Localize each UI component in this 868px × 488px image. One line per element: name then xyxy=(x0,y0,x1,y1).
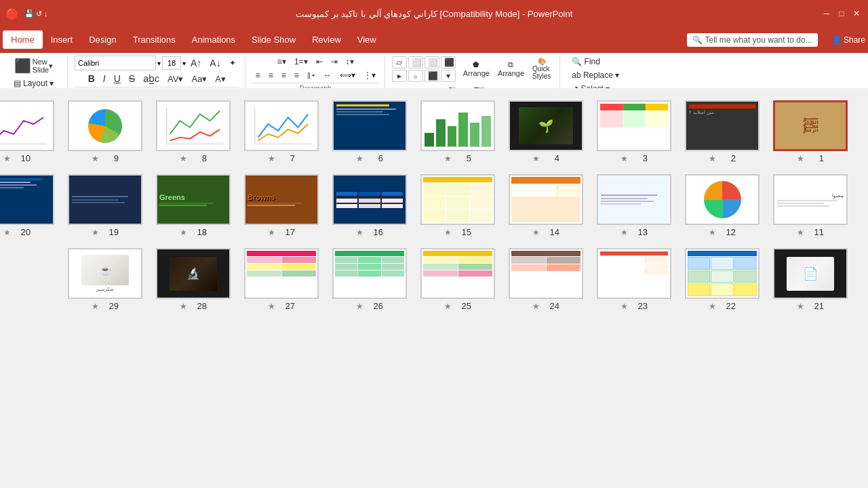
align-right-button[interactable]: ≡ xyxy=(278,69,290,81)
menu-animations[interactable]: Animations xyxy=(184,30,243,49)
slide-item-25[interactable]: ★ 25 xyxy=(420,248,495,311)
clear-formatting-button[interactable]: ✦ xyxy=(226,57,239,69)
replace-button[interactable]: ab Replace ▾ xyxy=(568,69,623,81)
slide-item-27[interactable]: ★ 27 xyxy=(244,248,319,311)
slide-item-6[interactable]: ★ 6 xyxy=(332,100,407,163)
slide-footer-9: ★ 9 xyxy=(92,153,119,163)
text-direction-button[interactable]: ↔ xyxy=(320,69,335,81)
shape-4[interactable]: ⬛ xyxy=(441,56,456,68)
slide-item-2[interactable]: متن اسلاید ۲ ★ 2 xyxy=(685,100,760,163)
char-spacing-button[interactable]: AV▾ xyxy=(164,73,186,85)
align-center-button[interactable]: ≡ xyxy=(265,69,277,81)
slide-item-28[interactable]: 🔬 ★ 28 xyxy=(156,248,231,311)
strikethrough-button[interactable]: S xyxy=(125,72,138,85)
menu-home[interactable]: Home xyxy=(3,30,43,49)
arrange-button[interactable]: ⧉ Arrange xyxy=(494,58,528,79)
slide-item-1[interactable]: ﷽ ★ 1 xyxy=(773,100,848,163)
new-slide-button[interactable]: ⬛ NewSlide ▾ xyxy=(11,56,56,76)
slide-item-11[interactable]: محتوا ★ 11 xyxy=(773,174,848,237)
bold-button[interactable]: B xyxy=(85,72,98,85)
slide-thumb-25 xyxy=(420,248,495,299)
tell-me-search[interactable]: 🔍 Tell me what you want to do... xyxy=(687,33,818,47)
slide-item-4[interactable]: 🌱 ★ 4 xyxy=(509,100,583,163)
slide-grid-container: ﷽ ★ 1 متن اسلاید ۲ ★ 2 xyxy=(0,88,868,488)
decrease-font-button[interactable]: A↓ xyxy=(206,56,224,70)
slide-item-24[interactable]: ★ 24 xyxy=(509,248,583,311)
font-name-input[interactable] xyxy=(75,56,156,70)
shape-2[interactable]: ⬜ xyxy=(408,56,423,68)
shadow-button[interactable]: ab̲c xyxy=(140,72,163,85)
slide-item-10[interactable]: ★ 10 xyxy=(0,100,54,163)
slide-item-14[interactable]: ★ 14 xyxy=(509,174,583,237)
columns-button[interactable]: ⫿▾ xyxy=(304,69,319,81)
close-button[interactable]: ✕ xyxy=(850,7,863,20)
share-button[interactable]: 👤 Share xyxy=(831,35,865,45)
slide-item-9[interactable]: ★ 9 xyxy=(68,100,142,163)
shape-3[interactable]: ⬜ xyxy=(425,56,439,68)
slide-thumb-18: Greens xyxy=(156,174,231,225)
slide-item-29[interactable]: ☕ شکرسبز ★ 29 xyxy=(68,248,142,311)
title-bar: 🔴 💾 ↺ ↓ كاراني كودهاي آلي با تاكيد بر كم… xyxy=(0,0,868,27)
shape-1[interactable]: ▱ xyxy=(392,56,407,68)
quick-styles-button[interactable]: 🎨 QuickStyles xyxy=(529,56,554,82)
find-button[interactable]: 🔍 Find xyxy=(568,56,604,68)
slide-footer-28: ★ 28 xyxy=(180,301,207,311)
increase-indent-button[interactable]: ⇥ xyxy=(328,56,341,68)
slide-footer-5: ★ 5 xyxy=(444,153,471,163)
justify-button[interactable]: ≡ xyxy=(291,69,302,81)
menu-view[interactable]: View xyxy=(349,30,384,49)
decrease-indent-button[interactable]: ⇤ xyxy=(313,56,326,68)
slide-item-12[interactable]: ★ 12 xyxy=(685,174,760,237)
slide-item-7[interactable]: ★ 7 xyxy=(244,100,319,163)
slide-item-26[interactable]: ★ 26 xyxy=(332,248,407,311)
font-name-dropdown-icon[interactable]: ▾ xyxy=(157,60,161,67)
window-title: كاراني كودهاي آلي با تاكيد بر كمپوست [Co… xyxy=(48,9,821,19)
increase-font-button[interactable]: A↑ xyxy=(187,56,205,70)
slide-item-13[interactable]: ★ 13 xyxy=(597,174,671,237)
title-bar-left: 🔴 💾 ↺ ↓ xyxy=(5,7,48,20)
slide-item-8[interactable]: ★ 8 xyxy=(156,100,231,163)
align-left-button[interactable]: ≡ xyxy=(252,69,264,81)
para-row2: ≡ ≡ ≡ ≡ ⫿▾ ↔ ⟺▾ ⋮▾ xyxy=(252,69,379,81)
slide-num-24: 24 xyxy=(542,301,559,311)
line-spacing-button[interactable]: ↕▾ xyxy=(342,56,357,68)
font-size-input[interactable] xyxy=(162,56,181,70)
menu-transitions[interactable]: Transitions xyxy=(125,30,184,49)
shapes-button[interactable]: ⬟ Arrange xyxy=(460,58,493,79)
slide-thumb-20 xyxy=(0,174,54,225)
change-case-button[interactable]: Aa▾ xyxy=(188,73,210,85)
slide-item-5[interactable]: ★ 5 xyxy=(420,100,495,163)
underline-button[interactable]: U xyxy=(111,72,124,85)
slide-num-23: 23 xyxy=(631,301,648,311)
slide-item-3[interactable]: ★ 3 xyxy=(597,100,671,163)
slide-item-18[interactable]: Greens ★ 18 xyxy=(156,174,231,237)
menu-insert[interactable]: Insert xyxy=(43,30,81,49)
slide-item-19[interactable]: ★ 19 xyxy=(68,174,142,237)
shape-5[interactable]: ▸ xyxy=(392,70,407,82)
menu-slideshow[interactable]: Slide Show xyxy=(243,30,304,49)
slide-item-23[interactable]: ★ 23 xyxy=(597,248,671,311)
minimize-button[interactable]: ─ xyxy=(821,7,833,20)
font-size-dropdown-icon[interactable]: ▾ xyxy=(182,60,186,67)
smartart-button[interactable]: ⋮▾ xyxy=(360,69,379,81)
slide-item-15[interactable]: ★ 15 xyxy=(420,174,495,237)
slide-item-21[interactable]: 📄 ★ 21 xyxy=(773,248,848,311)
bullets-button[interactable]: ≡▾ xyxy=(274,56,290,68)
numbering-button[interactable]: 1=▾ xyxy=(291,56,311,68)
menu-design[interactable]: Design xyxy=(81,30,124,49)
italic-button[interactable]: I xyxy=(100,72,109,85)
restore-button[interactable]: □ xyxy=(835,7,848,20)
align-text-button[interactable]: ⟺▾ xyxy=(336,69,359,81)
slide-item-16[interactable]: ★ 16 xyxy=(332,174,407,237)
font-color-button[interactable]: A▾ xyxy=(212,73,229,85)
slide-num-13: 13 xyxy=(631,227,648,237)
star-icon-23: ★ xyxy=(620,302,628,311)
shape-7[interactable]: ⬛ xyxy=(425,70,439,82)
shape-more[interactable]: ▾ xyxy=(441,70,456,82)
shape-6[interactable]: ⬦ xyxy=(408,70,423,82)
slide-item-20[interactable]: ★ 20 xyxy=(0,174,54,237)
slide-item-17[interactable]: Browns ★ 17 xyxy=(244,174,319,237)
slide-footer-10: ★ 10 xyxy=(3,153,31,163)
slide-item-22[interactable]: ★ 22 xyxy=(685,248,760,311)
menu-review[interactable]: Review xyxy=(304,30,349,49)
